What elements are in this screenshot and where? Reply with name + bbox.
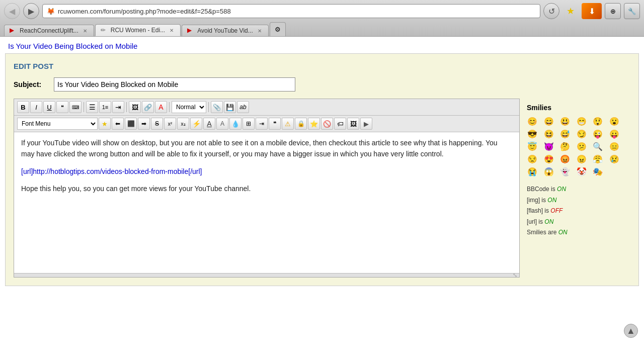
list-unordered-button[interactable]: ☰ (86, 101, 98, 113)
indent-button[interactable]: ⇥ (112, 101, 124, 113)
refresh-button[interactable]: ↺ (543, 3, 559, 19)
smiley-11[interactable]: 😜 (592, 128, 603, 139)
scroll-top-button[interactable]: ▲ (624, 324, 638, 338)
smiley-18[interactable]: 😑 (609, 141, 620, 152)
smiley-12[interactable]: 😛 (609, 128, 620, 139)
url-on-badge: ON (544, 218, 553, 225)
smiley-21[interactable]: 😡 (559, 153, 571, 164)
editor-paragraph-2: Hope this help you, so you can get more … (21, 183, 512, 194)
smiley-7[interactable]: 😎 (527, 128, 538, 139)
smiley-8[interactable]: 😆 (543, 128, 554, 139)
address-bar[interactable]: 🦊 rcuwomen.com/forum/posting.php?mode=ed… (42, 4, 540, 18)
tb2-hr-button[interactable]: ⚡ (190, 118, 202, 130)
main-layout: B I U ❝ ⌨ ☰ 1≡ ⇥ 🖼 🔗 A (14, 99, 630, 278)
tb2-play-button[interactable]: ▶ (360, 118, 372, 130)
save-draft-button[interactable]: 💾 (224, 101, 236, 113)
tb2-stop-button[interactable]: 🚫 (321, 118, 333, 130)
tab-reach-connect[interactable]: ▶ ReachConnectUplift... ✕ (4, 25, 94, 36)
smiley-20[interactable]: 😍 (543, 153, 554, 164)
smiley-19[interactable]: 😒 (527, 153, 538, 164)
smilies-grid: 😊 😄 😃 😁 😲 😮 😎 😆 😅 😏 😜 😛 😇 😈 🤔 😕 (527, 116, 623, 177)
toolbar-sep-1 (84, 102, 84, 112)
smiley-22[interactable]: 😠 (576, 153, 587, 164)
tab-rcu-women-edit[interactable]: ✏ RCU Women - Edi... ✕ (95, 24, 181, 36)
tab2-close-button[interactable]: ✕ (168, 27, 175, 34)
smilies-title: Smilies (527, 104, 623, 112)
smiley-10[interactable]: 😏 (576, 128, 587, 139)
tools-icon[interactable]: 🔧 (624, 3, 640, 19)
tb2-align-left-button[interactable]: ⬅ (112, 118, 124, 130)
attach-button[interactable]: 📎 (211, 101, 223, 113)
smilies-on-badge: ON (558, 229, 568, 236)
tb2-image2-button[interactable]: 🖼 (347, 118, 359, 130)
tb2-highlight-button[interactable]: A (216, 118, 228, 130)
smiley-15[interactable]: 🤔 (559, 141, 571, 152)
image-button[interactable]: 🖼 (129, 101, 141, 113)
back-button[interactable]: ◀ (4, 3, 20, 19)
smiley-14[interactable]: 😈 (543, 141, 554, 152)
quote-button[interactable]: ❝ (56, 101, 68, 113)
img-status-line: [img] is ON (527, 195, 623, 206)
download-manager-icon[interactable]: ⬇ (582, 3, 602, 19)
link-button[interactable]: 🔗 (142, 101, 154, 113)
page-link-title[interactable]: Is Your Video Being Blocked on Mobile (0, 37, 644, 53)
tb2-color-button[interactable]: ★ (99, 118, 111, 130)
smiley-28[interactable]: 🤡 (576, 166, 587, 177)
font-size-select[interactable]: Normal Tiny Small Large Huge (172, 101, 206, 113)
editor-toolbar-1: B I U ❝ ⌨ ☰ 1≡ ⇥ 🖼 🔗 A (14, 99, 519, 116)
subject-input[interactable] (54, 77, 295, 92)
smiley-2[interactable]: 😄 (543, 116, 554, 127)
smiley-4[interactable]: 😁 (576, 116, 587, 127)
layers-icon[interactable]: ⊕ (605, 3, 621, 19)
tab2-label: RCU Women - Edi... (111, 27, 165, 34)
tb2-superscript-button[interactable]: x² (164, 118, 176, 130)
tb2-warning-button[interactable]: ⚠ (282, 118, 294, 130)
editor-body[interactable]: If your YouTube video will show on deskt… (14, 132, 519, 273)
smiley-6[interactable]: 😮 (609, 116, 620, 127)
tb2-quote-extra-button[interactable]: ❝ (269, 118, 281, 130)
smiley-3[interactable]: 😃 (559, 116, 571, 127)
bold-button[interactable]: B (17, 101, 29, 113)
tb2-subscript-button[interactable]: x₂ (177, 118, 189, 130)
tb2-flash-button[interactable]: 💧 (229, 118, 242, 130)
code-button[interactable]: ⌨ (69, 101, 82, 113)
tab-gear-icon[interactable]: ⚙ (270, 22, 286, 36)
smiley-16[interactable]: 😕 (576, 141, 587, 152)
tb2-table-button[interactable]: ⊞ (243, 118, 255, 130)
smiley-13[interactable]: 😇 (527, 141, 538, 152)
tab1-close-button[interactable]: ✕ (82, 27, 89, 34)
smiley-23[interactable]: 😤 (592, 153, 603, 164)
list-ordered-button[interactable]: 1≡ (99, 101, 111, 113)
smiley-9[interactable]: 😅 (559, 128, 571, 139)
tab-avoid-youtube[interactable]: ▶ Avoid YouTube Vid... ✕ (182, 25, 269, 36)
tb2-font-color-button[interactable]: A (203, 118, 215, 130)
smiley-5[interactable]: 😲 (592, 116, 603, 127)
tb2-star-button[interactable]: ⭐ (308, 118, 320, 130)
font-menu-select[interactable]: Font Menu Arial Courier New Georgia Time… (17, 118, 98, 130)
smiley-25[interactable]: 😭 (527, 166, 538, 177)
tb2-align-center-button[interactable]: ⬛ (125, 118, 137, 130)
smiley-29[interactable]: 🎭 (592, 166, 603, 177)
smiley-26[interactable]: 😱 (543, 166, 554, 177)
italic-button[interactable]: I (30, 101, 42, 113)
smiley-17[interactable]: 🔍 (592, 141, 603, 152)
tab3-close-button[interactable]: ✕ (256, 27, 263, 34)
bbcode-on-badge: ON (557, 186, 566, 193)
smiley-24[interactable]: 😢 (609, 153, 620, 164)
ab-button[interactable]: ab (237, 101, 249, 113)
toolbar-sep-4 (208, 102, 209, 112)
editor-column: B I U ❝ ⌨ ☰ 1≡ ⇥ 🖼 🔗 A (14, 99, 520, 278)
bookmark-star-icon[interactable]: ★ (562, 3, 579, 19)
tb2-indent2-button[interactable]: ⇥ (256, 118, 268, 130)
forward-button[interactable]: ▶ (23, 3, 39, 19)
editor-resize-handle[interactable]: ⤡ (14, 273, 519, 277)
tb2-align-right-button[interactable]: ➡ (138, 118, 150, 130)
smiley-27[interactable]: 👻 (559, 166, 571, 177)
underline-button[interactable]: U (43, 101, 55, 113)
tb2-tag-button[interactable]: 🏷 (334, 118, 346, 130)
smiley-1[interactable]: 😊 (527, 116, 538, 127)
color-button[interactable]: A (155, 101, 167, 113)
tb2-lock-button[interactable]: 🔒 (295, 118, 307, 130)
tb2-strikethrough-button[interactable]: S (151, 118, 163, 130)
tab3-favicon: ▶ (187, 27, 194, 34)
